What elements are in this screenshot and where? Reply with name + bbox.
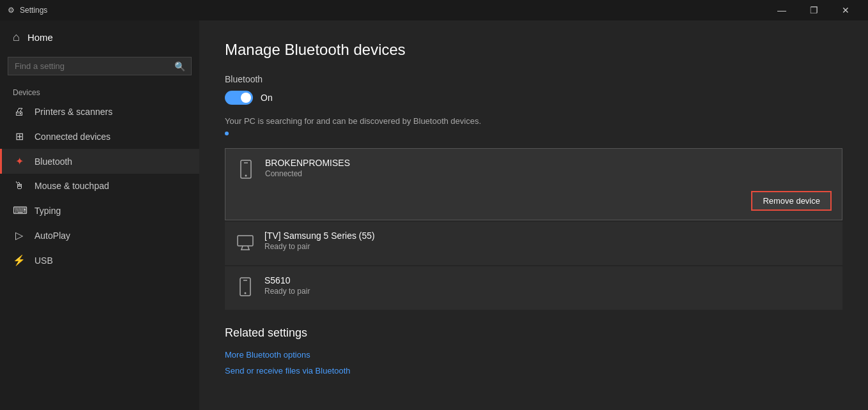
bluetooth-description: Your PC is searching for and can be disc… — [225, 115, 842, 128]
device-info: BROKENPROMISES Connected — [265, 158, 832, 178]
titlebar-title-area: ⚙ Settings — [8, 6, 47, 15]
bluetooth-toggle[interactable] — [225, 91, 253, 105]
page-title: Manage Bluetooth devices — [225, 41, 842, 59]
device-status: Ready to pair — [264, 287, 832, 296]
sidebar-item-typing[interactable]: ⌨ Typing — [0, 198, 199, 223]
device-item-row: [TV] Samsung 5 Series (55) Ready to pair — [235, 231, 832, 256]
printers-icon: 🖨 — [13, 106, 26, 118]
bluetooth-label: Bluetooth — [225, 74, 842, 84]
app-body: ⌂ Home 🔍 Devices 🖨 Printers & scanners ⊞… — [0, 20, 868, 410]
sidebar-item-label: Typing — [34, 206, 61, 216]
device-item-row: BROKENPROMISES Connected — [236, 158, 832, 183]
titlebar-controls: — ❐ ✕ — [767, 0, 860, 20]
sidebar-item-printers[interactable]: 🖨 Printers & scanners — [0, 100, 199, 124]
close-button[interactable]: ✕ — [831, 0, 860, 20]
send-receive-files-link[interactable]: Send or receive files via Bluetooth — [225, 366, 842, 376]
sidebar-item-label: Bluetooth — [34, 156, 72, 167]
connected-icon: ⊞ — [13, 130, 26, 142]
search-input[interactable] — [8, 57, 192, 75]
search-icon: 🔍 — [174, 61, 185, 72]
device-status: Connected — [265, 169, 832, 178]
app-title: Settings — [20, 6, 47, 15]
sidebar-item-label: AutoPlay — [34, 231, 70, 241]
bluetooth-icon: ✦ — [13, 155, 26, 167]
scanning-indicator — [225, 132, 229, 135]
device-info: [TV] Samsung 5 Series (55) Ready to pair — [264, 231, 832, 251]
sidebar-item-connected[interactable]: ⊞ Connected devices — [0, 124, 199, 149]
svg-line-4 — [241, 246, 243, 250]
svg-point-9 — [245, 292, 247, 294]
more-bluetooth-options-link[interactable]: More Bluetooth options — [225, 350, 842, 360]
device-list: BROKENPROMISES Connected Remove device — [225, 148, 842, 311]
mouse-icon: 🖱 — [13, 180, 26, 192]
device-item-samsung-tv[interactable]: [TV] Samsung 5 Series (55) Ready to pair — [225, 222, 842, 265]
home-label: Home — [27, 32, 53, 43]
device-item-brokenpromises[interactable]: BROKENPROMISES Connected Remove device — [225, 148, 842, 220]
device-info: S5610 Ready to pair — [264, 275, 832, 296]
toggle-state-label: On — [261, 93, 273, 103]
maximize-button[interactable]: ❐ — [799, 0, 828, 20]
svg-point-2 — [245, 174, 247, 176]
device-item-s5610[interactable]: S5610 Ready to pair — [225, 266, 842, 310]
home-icon: ⌂ — [13, 31, 20, 44]
sidebar-item-bluetooth[interactable]: ✦ Bluetooth — [0, 149, 199, 174]
sidebar-item-usb[interactable]: ⚡ USB — [0, 248, 199, 273]
usb-icon: ⚡ — [13, 254, 26, 266]
device-name: BROKENPROMISES — [265, 158, 832, 168]
sidebar-item-autoplay[interactable]: ▷ AutoPlay — [0, 223, 199, 248]
device-name: [TV] Samsung 5 Series (55) — [264, 231, 832, 241]
typing-icon: ⌨ — [13, 204, 26, 216]
sidebar-item-label: Mouse & touchpad — [34, 181, 109, 191]
device-phone-icon — [236, 159, 256, 183]
toggle-row: On — [225, 91, 842, 105]
sidebar-item-mouse[interactable]: 🖱 Mouse & touchpad — [0, 174, 199, 198]
toggle-knob — [241, 93, 251, 103]
remove-device-button[interactable]: Remove device — [751, 191, 832, 211]
sidebar: ⌂ Home 🔍 Devices 🖨 Printers & scanners ⊞… — [0, 20, 199, 410]
titlebar: ⚙ Settings — ❐ ✕ — [0, 0, 868, 20]
sidebar-item-label: Connected devices — [34, 132, 110, 142]
devices-section-label: Devices — [0, 83, 199, 100]
device-actions: Remove device — [236, 191, 832, 211]
svg-line-5 — [248, 246, 249, 250]
search-box: 🔍 — [8, 57, 192, 75]
device-phone2-icon — [235, 277, 255, 301]
svg-rect-3 — [238, 236, 253, 246]
sidebar-item-label: USB — [34, 255, 53, 266]
device-tv-icon — [235, 232, 255, 256]
device-status: Ready to pair — [264, 242, 832, 251]
main-content: Manage Bluetooth devices Bluetooth On Yo… — [199, 20, 868, 410]
device-name: S5610 — [264, 275, 832, 285]
sidebar-item-label: Printers & scanners — [34, 107, 112, 117]
autoplay-icon: ▷ — [13, 229, 26, 241]
settings-icon: ⚙ — [8, 6, 15, 15]
sidebar-home[interactable]: ⌂ Home — [0, 20, 199, 54]
device-item-row: S5610 Ready to pair — [235, 275, 832, 301]
related-settings-title: Related settings — [225, 326, 842, 340]
minimize-button[interactable]: — — [767, 0, 796, 20]
